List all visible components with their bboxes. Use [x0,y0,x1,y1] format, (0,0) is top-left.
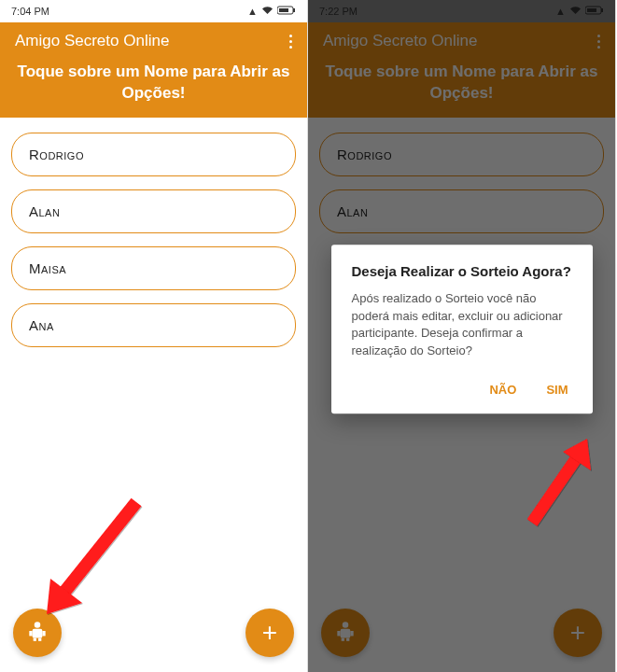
svg-rect-8 [38,638,41,641]
dialog-actions: NÃO SIM [352,377,572,402]
main-content: Rodrigo Alan Maisa Ana + [0,118,307,672]
svg-rect-7 [34,638,36,641]
svg-rect-4 [33,629,43,638]
app-title: Amigo Secreto Online [15,32,169,50]
tutorial-arrow [34,493,146,623]
svg-rect-6 [42,631,45,636]
wifi-icon [261,6,273,17]
status-icons: ▲ [247,6,296,17]
right-screen: 7:22 PM ▲ Amigo Secreto Online Toque sob… [308,0,616,672]
svg-rect-5 [29,631,32,636]
draw-fab[interactable] [13,609,62,657]
svg-rect-2 [279,8,288,12]
dialog-title: Deseja Realizar o Sorteio Agora? [352,263,572,279]
robot-icon [25,619,49,647]
header-subtitle: Toque sobre um Nome para Abrir as Opções… [15,62,292,105]
name-item[interactable]: Rodrigo [11,133,296,176]
confirm-dialog: Deseja Realizar o Sorteio Agora? Após re… [331,245,593,413]
dialog-no-button[interactable]: NÃO [485,377,520,402]
add-fab[interactable]: + [245,609,294,657]
plus-icon: + [262,620,277,646]
more-menu-icon[interactable] [289,35,292,49]
dialog-yes-button[interactable]: SIM [542,377,571,402]
left-screen: 7:04 PM ▲ Amigo Secreto Online Toque sob… [0,0,308,672]
name-item[interactable]: Alan [11,189,296,233]
name-item[interactable]: Maisa [11,246,296,290]
status-bar: 7:04 PM ▲ [0,0,307,22]
status-time: 7:04 PM [11,6,49,17]
svg-rect-1 [293,8,295,12]
dialog-body: Após realizado o Sorteio você não poderá… [352,290,572,360]
app-header: Amigo Secreto Online Toque sobre um Nome… [0,22,307,118]
name-item[interactable]: Ana [11,303,296,347]
signal-icon: ▲ [247,6,258,17]
battery-icon [277,6,296,17]
svg-point-3 [35,622,41,628]
